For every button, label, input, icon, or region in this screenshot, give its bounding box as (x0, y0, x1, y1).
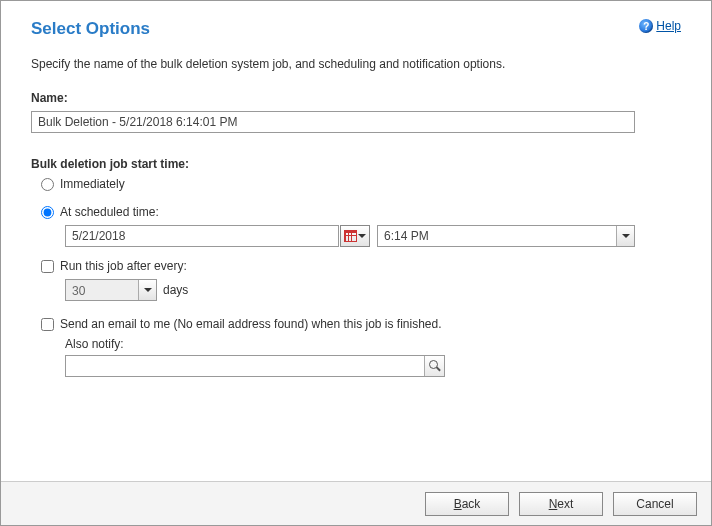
recurrence-label: Run this job after every: (60, 259, 187, 273)
chevron-down-icon (622, 234, 630, 238)
immediately-radio[interactable] (41, 178, 54, 191)
wizard-footer: Back Next Cancel (1, 481, 711, 525)
recurrence-checkbox[interactable] (41, 260, 54, 273)
email-label: Send an email to me (No email address fo… (60, 317, 442, 331)
help-label: Help (656, 19, 681, 33)
time-field[interactable] (378, 226, 634, 246)
time-dropdown-button[interactable] (616, 226, 634, 246)
immediately-label: Immediately (60, 177, 125, 191)
back-label-rest: ack (462, 497, 481, 511)
also-notify-box (65, 355, 445, 377)
chevron-down-icon (358, 234, 366, 238)
wizard-window: Select Options ? Help Specify the name o… (0, 0, 712, 526)
also-notify-field[interactable] (66, 356, 444, 376)
content-area: Select Options ? Help Specify the name o… (1, 1, 711, 481)
also-notify-label: Also notify: (65, 337, 124, 351)
next-button[interactable]: Next (519, 492, 603, 516)
lookup-button[interactable] (424, 356, 444, 376)
calendar-icon (344, 230, 357, 242)
email-checkbox[interactable] (41, 318, 54, 331)
name-field[interactable] (31, 111, 635, 133)
page-title: Select Options (31, 19, 150, 39)
recurrence-value-select[interactable]: 30 (65, 279, 157, 301)
scheduled-label: At scheduled time: (60, 205, 159, 219)
help-icon: ? (639, 19, 653, 33)
time-box (377, 225, 635, 247)
help-link[interactable]: ? Help (639, 19, 681, 33)
recurrence-dropdown-button[interactable] (138, 280, 156, 300)
back-button[interactable]: Back (425, 492, 509, 516)
name-label: Name: (31, 91, 681, 105)
date-picker-button[interactable] (340, 225, 370, 247)
next-label-rest: ext (557, 497, 573, 511)
scheduled-radio[interactable] (41, 206, 54, 219)
recurrence-unit: days (163, 283, 188, 297)
cancel-button[interactable]: Cancel (613, 492, 697, 516)
chevron-down-icon (144, 288, 152, 292)
cancel-label: Cancel (636, 497, 673, 511)
date-field[interactable] (66, 226, 338, 246)
date-box (65, 225, 339, 247)
start-time-label: Bulk deletion job start time: (31, 157, 681, 171)
search-icon (429, 360, 441, 372)
page-description: Specify the name of the bulk deletion sy… (31, 57, 681, 71)
